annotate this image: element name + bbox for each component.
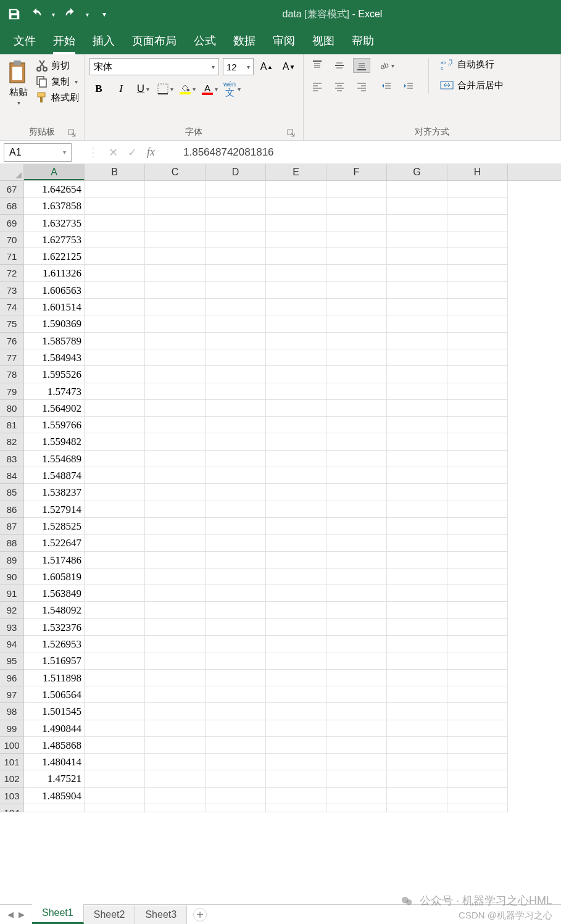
- cell[interactable]: [387, 501, 447, 518]
- cell[interactable]: [145, 670, 206, 686]
- row-header[interactable]: 75: [0, 315, 24, 332]
- row-header[interactable]: 86: [0, 501, 24, 518]
- cell[interactable]: [85, 720, 145, 737]
- cell[interactable]: [206, 400, 266, 417]
- cell[interactable]: [266, 754, 326, 770]
- cancel-formula-icon[interactable]: ✕: [109, 146, 118, 159]
- cell[interactable]: [145, 501, 206, 518]
- cell[interactable]: [387, 686, 447, 703]
- cell[interactable]: [326, 804, 387, 812]
- cell[interactable]: [266, 737, 326, 754]
- decrease-indent-button[interactable]: [378, 79, 395, 94]
- cell[interactable]: [145, 248, 206, 265]
- cell[interactable]: [447, 383, 508, 400]
- cell[interactable]: [145, 282, 206, 299]
- bold-button[interactable]: B: [89, 80, 108, 98]
- cell[interactable]: [266, 451, 326, 467]
- cell[interactable]: [266, 670, 326, 686]
- row-header[interactable]: 90: [0, 568, 24, 585]
- merge-center-button[interactable]: 合并后居中: [440, 79, 504, 91]
- cell[interactable]: [266, 535, 326, 551]
- cell[interactable]: [387, 366, 447, 383]
- cell[interactable]: 1.516957: [24, 652, 85, 669]
- cell[interactable]: [387, 315, 447, 332]
- cell[interactable]: [206, 215, 266, 231]
- cell[interactable]: [326, 568, 387, 585]
- cell[interactable]: [266, 770, 326, 787]
- formula-input[interactable]: 1.85648742081816: [167, 146, 561, 159]
- cell[interactable]: [326, 484, 387, 501]
- sheet-tab-3[interactable]: Sheet3: [135, 905, 187, 924]
- cell[interactable]: [206, 349, 266, 366]
- phonetic-button[interactable]: wén文▾: [223, 80, 241, 98]
- font-size-select[interactable]: 12▾: [223, 58, 254, 75]
- redo-icon[interactable]: [64, 7, 77, 21]
- cell[interactable]: 1.485904: [24, 788, 85, 804]
- wrap-text-button[interactable]: abc 自动换行: [440, 58, 504, 70]
- cell[interactable]: 1.511898: [24, 670, 85, 686]
- cell[interactable]: [145, 181, 206, 198]
- undo-icon[interactable]: [30, 7, 43, 21]
- cell[interactable]: [206, 282, 266, 299]
- row-header[interactable]: 92: [0, 602, 24, 618]
- row-header[interactable]: 94: [0, 636, 24, 652]
- cell[interactable]: [387, 568, 447, 585]
- cell[interactable]: [387, 467, 447, 484]
- save-icon[interactable]: [7, 7, 21, 21]
- cell[interactable]: [447, 568, 508, 585]
- borders-button[interactable]: ▾: [156, 80, 175, 98]
- row-header[interactable]: 74: [0, 299, 24, 315]
- cell[interactable]: [85, 383, 145, 400]
- row-header[interactable]: 104: [0, 804, 24, 812]
- font-color-button[interactable]: A▾: [201, 80, 219, 98]
- cell[interactable]: [326, 451, 387, 467]
- cell[interactable]: [266, 720, 326, 737]
- cell[interactable]: [387, 619, 447, 636]
- sheet-tab-1[interactable]: Sheet1: [32, 904, 84, 924]
- cell[interactable]: [85, 754, 145, 770]
- cell[interactable]: [447, 501, 508, 518]
- increase-indent-button[interactable]: [400, 79, 417, 94]
- cell[interactable]: [447, 636, 508, 652]
- cell[interactable]: [85, 433, 145, 450]
- cell[interactable]: [326, 720, 387, 737]
- cell[interactable]: [145, 754, 206, 770]
- decrease-font-button[interactable]: A▼: [280, 58, 298, 75]
- cell[interactable]: [85, 518, 145, 535]
- cell[interactable]: [266, 248, 326, 265]
- cell[interactable]: [206, 231, 266, 248]
- tab-view[interactable]: 视图: [312, 33, 335, 54]
- cell[interactable]: [145, 467, 206, 484]
- cell[interactable]: 1.480414: [24, 754, 85, 770]
- cell[interactable]: [206, 602, 266, 618]
- new-sheet-button[interactable]: +: [193, 908, 207, 922]
- cell[interactable]: [447, 248, 508, 265]
- cell[interactable]: [326, 433, 387, 450]
- cell[interactable]: [266, 215, 326, 231]
- cell[interactable]: 1.506564: [24, 686, 85, 703]
- cell[interactable]: [145, 788, 206, 804]
- cell[interactable]: [387, 484, 447, 501]
- cell[interactable]: [387, 602, 447, 618]
- cell[interactable]: [85, 535, 145, 551]
- cell[interactable]: [206, 619, 266, 636]
- cell[interactable]: [326, 467, 387, 484]
- cell[interactable]: [447, 265, 508, 281]
- cell[interactable]: [447, 215, 508, 231]
- cell[interactable]: 1.606563: [24, 282, 85, 299]
- row-header[interactable]: 98: [0, 703, 24, 720]
- cell[interactable]: 1.538237: [24, 484, 85, 501]
- cell[interactable]: 1.611326: [24, 265, 85, 281]
- cell[interactable]: [447, 552, 508, 568]
- cell[interactable]: [85, 451, 145, 467]
- cell[interactable]: 1.57473: [24, 383, 85, 400]
- cell[interactable]: [326, 670, 387, 686]
- cell[interactable]: [447, 754, 508, 770]
- cell[interactable]: 1.548092: [24, 602, 85, 618]
- cell[interactable]: [206, 433, 266, 450]
- cell[interactable]: [266, 400, 326, 417]
- cell[interactable]: [145, 602, 206, 618]
- tab-insert[interactable]: 插入: [93, 33, 115, 54]
- row-header[interactable]: 85: [0, 484, 24, 501]
- row-header[interactable]: 95: [0, 652, 24, 669]
